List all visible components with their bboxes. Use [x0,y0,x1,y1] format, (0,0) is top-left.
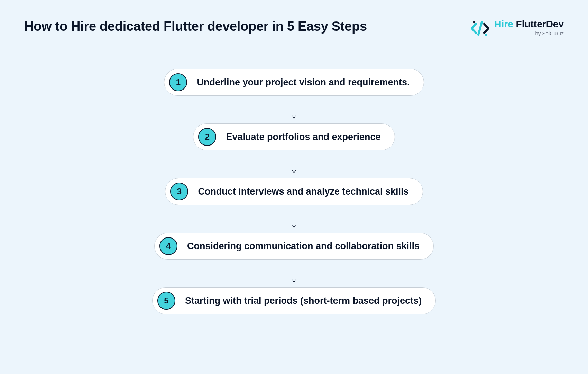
step-number-badge: 5 [157,292,175,310]
logo-text: Hire FlutterDev [494,19,564,30]
connector-arrow-icon [292,205,296,233]
step-number-badge: 1 [169,73,187,91]
step-5: 5 Starting with trial periods (short-ter… [152,287,436,314]
step-label: Starting with trial periods (short-term … [185,296,422,306]
svg-line-0 [478,22,482,35]
connector-arrow-icon [292,96,296,123]
step-label: Evaluate portfolios and experience [226,132,380,142]
svg-point-1 [473,21,475,23]
page-title: How to Hire dedicated Flutter developer … [24,19,367,34]
step-label: Considering communication and collaborat… [187,241,420,252]
step-label: Conduct interviews and analyze technical… [198,186,408,197]
connector-arrow-icon [292,260,296,287]
step-number-badge: 2 [198,128,216,146]
header: How to Hire dedicated Flutter developer … [0,0,588,38]
step-number-badge: 4 [159,237,177,255]
logo-text-wrap: Hire FlutterDev by SolGuruz [494,19,564,36]
logo: Hire FlutterDev by SolGuruz [471,19,564,38]
diagram: 1 Underline your project vision and requ… [0,69,588,314]
step-number-badge: 3 [170,183,188,200]
step-3: 3 Conduct interviews and analyze technic… [165,178,423,205]
step-2: 2 Evaluate portfolios and experience [193,123,395,150]
step-1: 1 Underline your project vision and requ… [164,69,424,96]
svg-point-2 [485,34,487,36]
logo-accent-text: Hire [494,19,513,29]
logo-subtext: by SolGuruz [535,30,564,36]
logo-dark-text: FlutterDev [516,19,564,29]
step-4: 4 Considering communication and collabor… [154,233,434,260]
connector-arrow-icon [292,150,296,178]
logo-icon [471,19,489,38]
step-label: Underline your project vision and requir… [197,77,410,88]
